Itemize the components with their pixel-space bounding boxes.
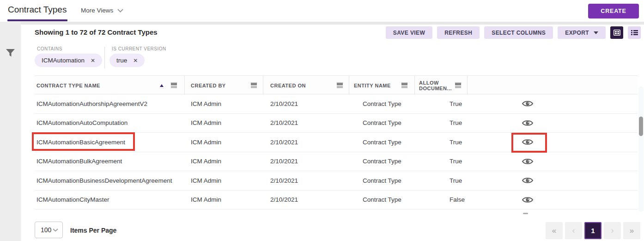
list-view-icon: [631, 30, 638, 36]
pagination: « ‹ 1 › »: [546, 222, 640, 239]
cell-contract-type-name[interactable]: ICMAutomationBasicAgreement: [35, 139, 185, 146]
first-page-button[interactable]: «: [546, 222, 563, 239]
eye-icon: [522, 177, 533, 184]
cell-entity-name: Contract Type: [349, 196, 415, 203]
grid-view-icon: [614, 30, 620, 36]
cell-created-on: 2/10/2021: [263, 119, 349, 126]
cell-created-by: ICM Admin: [185, 119, 263, 126]
cell-created-by: ICM Admin: [185, 158, 263, 165]
table-row[interactable]: ICMAutomationBasicAgreement ICM Admin 2/…: [35, 133, 638, 152]
table-header-row: CONTRACT TYPE NAME CREATED BY CREATED ON…: [35, 75, 638, 94]
sort-ascending-icon: [160, 84, 164, 87]
filter-current-version: IS CURRENT VERSION true ✕: [109, 46, 166, 67]
filter-chip-contains-value: ICMAutomation: [42, 57, 85, 64]
table-row[interactable]: ICMAutomationBulkAgreement ICM Admin 2/1…: [35, 152, 638, 172]
contract-types-table: CONTRACT TYPE NAME CREATED BY CREATED ON…: [35, 75, 638, 210]
tab-contract-types[interactable]: Contract Types: [8, 5, 67, 15]
column-header-entity-name[interactable]: ENTITY NAME: [349, 76, 415, 95]
chevron-down-icon: [53, 229, 58, 232]
column-menu-icon[interactable]: [337, 83, 343, 88]
eye-icon: [522, 119, 533, 127]
close-icon[interactable]: ✕: [91, 57, 95, 64]
last-page-button[interactable]: »: [623, 222, 640, 239]
cell-entity-name: Contract Type: [349, 100, 415, 107]
column-header-actions: [468, 76, 638, 95]
column-label: CONTRACT TYPE NAME: [36, 83, 100, 88]
scrollbar-thumb[interactable]: [639, 117, 643, 136]
export-label: EXPORT: [565, 30, 589, 36]
cell-created-on: 2/10/2021: [263, 196, 349, 203]
column-menu-icon[interactable]: [251, 83, 257, 88]
view-details-button[interactable]: [522, 196, 533, 204]
items-per-page-value: 100: [41, 226, 51, 234]
cell-contract-type-name[interactable]: ICMAutomationAuthorshipAgreementV2: [35, 100, 185, 107]
cell-allow-document: True: [415, 119, 468, 126]
list-view-toggle[interactable]: [628, 26, 641, 39]
export-button[interactable]: EXPORT: [558, 26, 606, 39]
table-body: ICMAutomationAuthorshipAgreementV2 ICM A…: [35, 94, 638, 210]
cell-created-on: 2/10/2021: [263, 158, 349, 165]
select-columns-button[interactable]: SELECT COLUMNS: [484, 26, 553, 39]
active-tab-underline: [7, 19, 67, 21]
cell-allow-document: True: [415, 100, 468, 107]
column-label: ALLOW DOCUMEN...: [419, 80, 455, 91]
column-header-created-on[interactable]: CREATED ON: [263, 76, 349, 95]
cell-allow-document: True: [415, 177, 468, 184]
items-per-page-select[interactable]: 100: [35, 222, 63, 238]
column-menu-icon[interactable]: [401, 83, 407, 88]
view-details-button[interactable]: [522, 138, 533, 146]
cell-contract-type-name[interactable]: ICMAutomationBulkAgreement: [35, 158, 185, 165]
save-view-button[interactable]: SAVE VIEW: [386, 26, 432, 39]
table-row[interactable]: ICMAutomationAuthorshipAgreementV2 ICM A…: [35, 94, 638, 114]
column-header-allow-document[interactable]: ALLOW DOCUMEN...: [415, 76, 468, 95]
cell-allow-document: True: [415, 158, 468, 165]
cell-created-by: ICM Admin: [185, 177, 263, 184]
eye-icon: [522, 158, 533, 165]
cell-entity-name: Contract Type: [349, 119, 415, 126]
cell-allow-document: True: [415, 139, 468, 146]
filter-chip-current-version[interactable]: true ✕: [109, 54, 145, 67]
column-header-contract-type-name[interactable]: CONTRACT TYPE NAME: [35, 76, 185, 95]
table-row[interactable]: ICMAutomationAutoComputation ICM Admin 2…: [35, 114, 638, 133]
column-label: CREATED ON: [270, 83, 306, 88]
eye-icon: [522, 196, 533, 204]
results-summary: Showing 1 to 72 of 72 Contract Types: [35, 28, 158, 36]
grid-toolbar: SAVE VIEW REFRESH SELECT COLUMNS EXPORT: [386, 26, 641, 39]
filter-divider: [104, 47, 105, 68]
view-details-button[interactable]: [522, 119, 533, 127]
table-row[interactable]: ICMAutomationCityMaster ICM Admin 2/10/2…: [35, 191, 638, 210]
view-details-button[interactable]: [522, 177, 533, 184]
previous-page-button[interactable]: ‹: [565, 222, 582, 239]
column-header-created-by[interactable]: CREATED BY: [185, 76, 263, 95]
close-icon[interactable]: ✕: [133, 57, 138, 64]
cell-contract-type-name[interactable]: ICMAutomationAutoComputation: [35, 119, 185, 126]
cell-entity-name: Contract Type: [349, 158, 415, 165]
view-details-button[interactable]: [522, 100, 533, 107]
filter-chip-contains[interactable]: ICMAutomation ✕: [35, 54, 102, 67]
cell-contract-type-name[interactable]: ICMAutomationBusinessDevelopmentAgreemen…: [35, 177, 185, 184]
contract-types-page: Contract Types More Views CREATE Showing…: [0, 0, 644, 241]
scrollbar-track[interactable]: [638, 87, 644, 212]
cell-created-by: ICM Admin: [185, 196, 263, 203]
column-menu-icon[interactable]: [455, 83, 461, 88]
chevron-down-icon: [117, 9, 123, 12]
top-bar: Contract Types More Views CREATE: [0, 0, 644, 22]
filter-funnel-icon[interactable]: [6, 49, 15, 57]
more-views-dropdown[interactable]: More Views: [81, 7, 123, 14]
table-row[interactable]: ICMAutomationBusinessDevelopmentAgreemen…: [35, 171, 638, 191]
view-details-button[interactable]: [522, 158, 533, 165]
next-page-button[interactable]: ›: [604, 222, 621, 239]
column-menu-icon[interactable]: [171, 83, 177, 88]
filter-chip-current-version-value: true: [116, 57, 127, 64]
partial-row-artifact: [523, 213, 528, 214]
refresh-button[interactable]: REFRESH: [437, 26, 480, 39]
column-label: CREATED BY: [191, 83, 226, 88]
cell-created-on: 2/10/2021: [263, 177, 349, 184]
create-button[interactable]: CREATE: [588, 4, 639, 19]
grid-view-toggle[interactable]: [610, 26, 623, 39]
current-page-button[interactable]: 1: [584, 222, 601, 239]
cell-contract-type-name[interactable]: ICMAutomationCityMaster: [35, 196, 185, 203]
eye-icon: [522, 138, 533, 146]
filter-contains-label: CONTAINS: [35, 46, 102, 51]
cell-created-by: ICM Admin: [185, 139, 263, 146]
